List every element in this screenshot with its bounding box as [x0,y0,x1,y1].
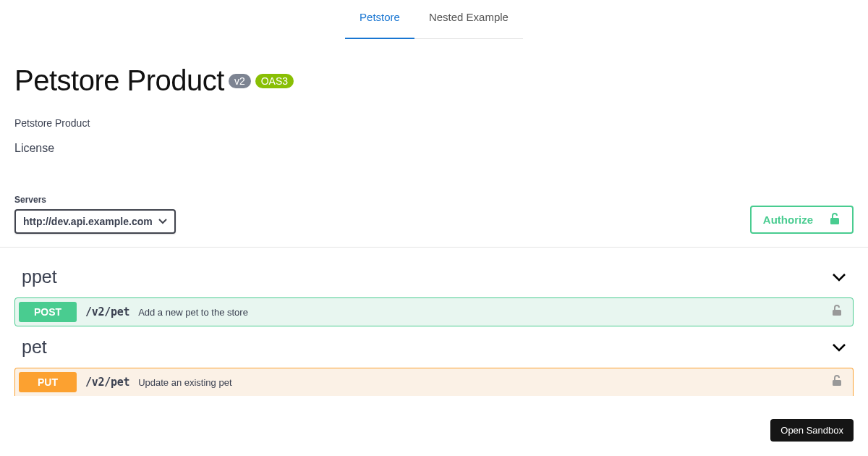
authorize-button[interactable]: Authorize [750,206,854,234]
tag-name: pet [22,337,47,358]
operation-row[interactable]: POST /v2/pet Add a new pet to the store [14,297,854,326]
servers-label: Servers [14,195,176,205]
oas-badge: OAS3 [255,74,294,88]
operation-path: /v2/pet [77,376,138,389]
operation-row[interactable]: PUT /v2/pet Update an existing pet [14,368,854,396]
lock-icon[interactable] [832,375,849,389]
chevron-down-icon [158,219,167,224]
lock-icon[interactable] [832,305,849,319]
chevron-down-icon [832,273,846,282]
method-badge-post: POST [19,302,77,322]
tab-petstore[interactable]: Petstore [345,11,414,39]
chevron-down-icon [832,343,846,352]
authorize-label: Authorize [763,214,813,226]
tag-section-pet: pet PUT /v2/pet Update an existing pet [0,326,868,396]
servers-block: Servers http://dev.api.example.com [14,195,176,234]
page-title: Petstore Product [14,64,224,97]
tab-nested-example[interactable]: Nested Example [414,11,523,39]
open-sandbox-button[interactable]: Open Sandbox [770,419,854,442]
lock-open-icon [829,212,841,227]
tag-name: ppet [22,266,57,287]
license-link[interactable]: License [14,142,854,155]
server-select[interactable]: http://dev.api.example.com [14,209,176,234]
version-badge: v2 [229,74,251,88]
api-description: Petstore Product [14,117,854,129]
tag-header-pet[interactable]: pet [14,329,854,368]
server-selected-value: http://dev.api.example.com [23,216,153,227]
operation-path: /v2/pet [77,305,138,318]
method-badge-put: PUT [19,372,77,392]
tabs: Petstore Nested Example [0,0,868,39]
tag-header-ppet[interactable]: ppet [14,259,854,297]
svg-rect-0 [830,218,839,224]
operation-summary: Add a new pet to the store [138,307,832,318]
svg-rect-1 [833,310,841,316]
api-header: Petstore Product v2 OAS3 Petstore Produc… [0,39,868,155]
tag-section-ppet: ppet POST /v2/pet Add a new pet to the s… [0,248,868,326]
svg-rect-2 [833,380,841,386]
operation-summary: Update an existing pet [138,377,832,388]
